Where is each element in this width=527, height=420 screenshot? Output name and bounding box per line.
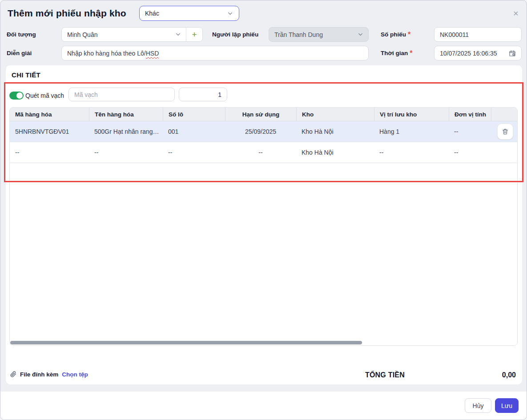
chevron-down-icon [175, 31, 181, 38]
detail-section-title: CHI TIẾT [12, 71, 40, 79]
detail-panel: CHI TIẾT Quét mã vạch Mã hàng hóa Tên hà… [6, 65, 522, 384]
close-icon[interactable]: × [510, 0, 522, 26]
col-header-ma-hang-hoa: Mã hàng hóa [10, 108, 89, 121]
table-header-row: Mã hàng hóa Tên hàng hóa Số lô Hạn sử dụ… [10, 108, 517, 121]
add-partner-button[interactable]: + [186, 28, 202, 41]
partner-field: Minh Quân + [61, 27, 203, 42]
barcode-input[interactable] [68, 88, 175, 101]
chevron-down-icon [357, 31, 364, 38]
barcode-scan-toggle-label: Quét mã vạch [25, 90, 64, 101]
cell-kho: Kho Hà Nội [296, 149, 374, 156]
modal-footer: Hủy Lưu [0, 391, 527, 420]
col-header-ten-hang-hoa: Tên hàng hóa [89, 108, 163, 121]
cell-vi-tri-luu-kho: Hàng 1 [374, 128, 449, 135]
trash-icon [502, 128, 509, 135]
description-label-wrap: Diễn giải [7, 46, 32, 60]
paperclip-icon [10, 371, 16, 377]
save-button[interactable]: Lưu [495, 398, 519, 413]
page-title: Thêm mới phiếu nhập kho [8, 0, 126, 26]
partner-label: Đối tượng [7, 31, 36, 38]
description-label: Diễn giải [7, 50, 32, 56]
cell-ten-hang-hoa: 500Gr Hạt nhân rang ... [89, 128, 163, 135]
col-header-han-su-dung: Hạn sử dụng [225, 108, 296, 121]
partner-select-group: Minh Quân + [61, 27, 203, 42]
receipt-number-label: Số phiếu [381, 31, 406, 38]
add-warehouse-receipt-modal: Thêm mới phiếu nhập kho Khác × Đối tượng… [0, 0, 527, 420]
detail-table: Mã hàng hóa Tên hàng hóa Số lô Hạn sử dụ… [9, 107, 518, 346]
cell-don-vi-tinh: -- [449, 149, 491, 156]
toggle-knob [16, 92, 23, 99]
receipt-number-field [434, 27, 522, 42]
cell-don-vi-tinh: -- [449, 128, 491, 135]
datetime-value: 10/07/2025 16:06:35 [440, 50, 497, 57]
receipt-number-input[interactable] [434, 27, 522, 42]
creator-label: Người lập phiếu [212, 31, 258, 38]
attachment-label: File đính kèm [20, 371, 58, 378]
cell-vi-tri-luu-kho: -- [374, 149, 449, 156]
table-row[interactable]: -- -- -- -- Kho Hà Nội -- -- [10, 142, 517, 163]
attachment-row: File đính kèm Chọn tệp [10, 370, 88, 379]
description-input[interactable]: Nhập kho hàng hóa theo Lô/HSD [61, 46, 369, 60]
total-label: TỔNG TIỀN [365, 371, 405, 379]
cell-ten-hang-hoa: -- [89, 149, 163, 156]
modal-header: Thêm mới phiếu nhập kho Khác × [0, 0, 527, 26]
receipt-type-select[interactable]: Khác [139, 6, 239, 21]
creator-label-wrap: Người lập phiếu [212, 27, 258, 42]
description-value: Nhập kho hàng hóa theo Lô/ [67, 50, 146, 57]
choose-file-link[interactable]: Chọn tệp [62, 371, 88, 378]
col-header-so-lo: Số lô [163, 108, 225, 121]
datetime-field: 10/07/2025 16:06:35 [434, 46, 522, 60]
receipt-number-label-wrap: Số phiếu * [381, 27, 410, 42]
partner-value: Minh Quân [67, 31, 97, 38]
creator-field: Trần Thanh Dung [269, 27, 369, 42]
cell-so-lo: 001 [163, 128, 225, 135]
datetime-input[interactable]: 10/07/2025 16:06:35 [434, 46, 522, 60]
table-row[interactable]: 5HNRBNVTGĐV01 500Gr Hạt nhân rang ... 00… [10, 121, 517, 142]
description-field: Nhập kho hàng hóa theo Lô/HSD [61, 46, 369, 60]
description-value-misspelled: HSD [146, 50, 159, 57]
barcode-scan-toggle[interactable] [9, 92, 24, 100]
table-empty-area [10, 163, 517, 345]
creator-select: Trần Thanh Dung [269, 27, 369, 42]
cell-ma-hang-hoa: -- [10, 149, 89, 156]
cell-kho: Kho Hà Nội [296, 128, 374, 135]
barcode-field [68, 88, 175, 101]
quantity-field [179, 88, 227, 101]
chevron-down-icon [227, 10, 233, 17]
quantity-input[interactable] [179, 88, 227, 101]
partner-select[interactable]: Minh Quân [62, 28, 186, 41]
datetime-label-wrap: Thời gian * [381, 46, 413, 60]
col-header-actions [491, 108, 517, 121]
delete-row-button[interactable] [497, 124, 513, 140]
col-header-don-vi-tinh: Đơn vị tính [449, 108, 491, 121]
cell-so-lo: -- [163, 149, 225, 156]
partner-label-wrap: Đối tượng [7, 27, 36, 42]
cell-han-su-dung: 25/09/2025 [225, 128, 296, 135]
calendar-clock-icon[interactable] [509, 50, 516, 57]
col-header-vi-tri-luu-kho: Vị trí lưu kho [374, 108, 449, 121]
cell-ma-hang-hoa: 5HNRBNVTGĐV01 [10, 128, 89, 135]
datetime-label: Thời gian [381, 50, 408, 56]
total-value: 0,00 [502, 371, 516, 379]
receipt-type-value: Khác [145, 10, 159, 17]
required-asterisk: * [410, 49, 412, 57]
required-asterisk: * [408, 31, 410, 39]
horizontal-scrollbar[interactable] [10, 341, 362, 344]
cancel-button[interactable]: Hủy [465, 398, 491, 413]
cell-han-su-dung: -- [225, 149, 296, 156]
creator-value: Trần Thanh Dung [274, 31, 323, 38]
col-header-kho: Kho [296, 108, 374, 121]
